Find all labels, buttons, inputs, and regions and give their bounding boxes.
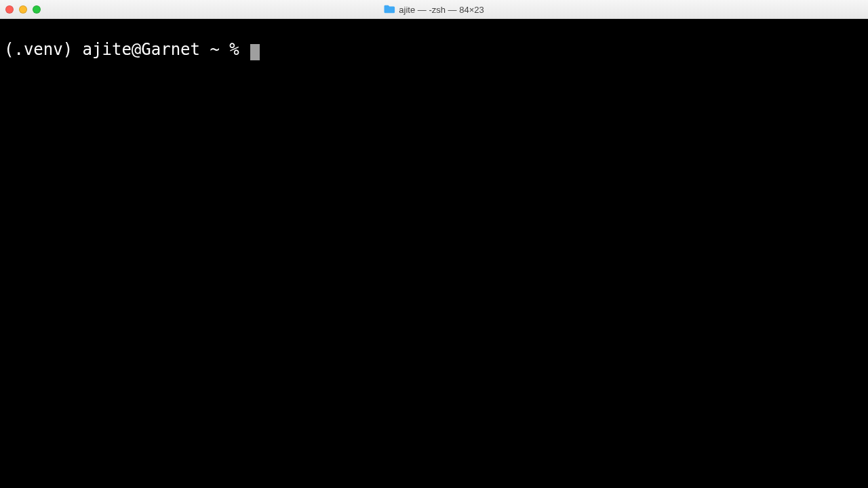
- terminal-body[interactable]: (.venv) ajite@Garnet ~ %: [0, 19, 868, 488]
- shell-prompt: (.venv) ajite@Garnet ~ %: [4, 40, 249, 59]
- zoom-icon[interactable]: [33, 5, 41, 14]
- window-controls: [5, 5, 41, 14]
- folder-icon: [384, 5, 395, 14]
- terminal-window: ajite — -zsh — 84×23 (.venv) ajite@Garne…: [0, 0, 868, 488]
- cursor-icon: [250, 44, 260, 60]
- window-titlebar[interactable]: ajite — -zsh — 84×23: [0, 0, 868, 19]
- minimize-icon[interactable]: [19, 5, 27, 14]
- window-title: ajite — -zsh — 84×23: [384, 4, 484, 14]
- window-title-text: ajite — -zsh — 84×23: [399, 4, 484, 14]
- close-icon[interactable]: [5, 5, 14, 14]
